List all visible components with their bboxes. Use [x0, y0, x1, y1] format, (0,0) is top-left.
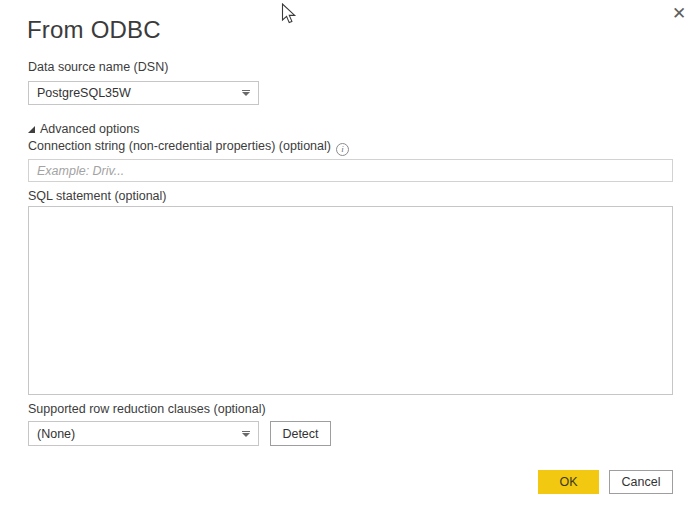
- connection-string-input[interactable]: [28, 159, 673, 182]
- ok-button[interactable]: OK: [538, 470, 599, 494]
- close-icon[interactable]: ✕: [667, 2, 691, 26]
- advanced-options-label: Advanced options: [40, 122, 139, 136]
- detect-button[interactable]: Detect: [270, 421, 331, 446]
- row-reduction-selected-value: (None): [37, 427, 241, 441]
- sql-statement-label: SQL statement (optional): [28, 189, 167, 203]
- dialog-title: From ODBC: [27, 16, 161, 44]
- row-reduction-label: Supported row reduction clauses (optiona…: [28, 402, 266, 416]
- chevron-down-icon: [241, 431, 250, 437]
- sql-statement-textarea[interactable]: [28, 206, 673, 395]
- dsn-label: Data source name (DSN): [28, 60, 168, 74]
- mouse-cursor: [281, 3, 299, 25]
- dsn-dropdown[interactable]: PostgreSQL35W: [28, 81, 259, 105]
- row-reduction-dropdown[interactable]: (None): [28, 421, 259, 446]
- from-odbc-dialog: ✕ From ODBC Data source name (DSN) Postg…: [0, 0, 699, 522]
- info-icon[interactable]: i: [336, 143, 349, 156]
- chevron-down-icon: [241, 90, 250, 96]
- dsn-selected-value: PostgreSQL35W: [37, 86, 241, 100]
- cancel-button[interactable]: Cancel: [609, 470, 673, 494]
- connection-string-label: Connection string (non-credential proper…: [28, 139, 349, 156]
- connection-string-label-text: Connection string (non-credential proper…: [28, 139, 331, 153]
- collapse-triangle-icon: [28, 126, 35, 133]
- advanced-options-toggle[interactable]: Advanced options: [28, 122, 139, 136]
